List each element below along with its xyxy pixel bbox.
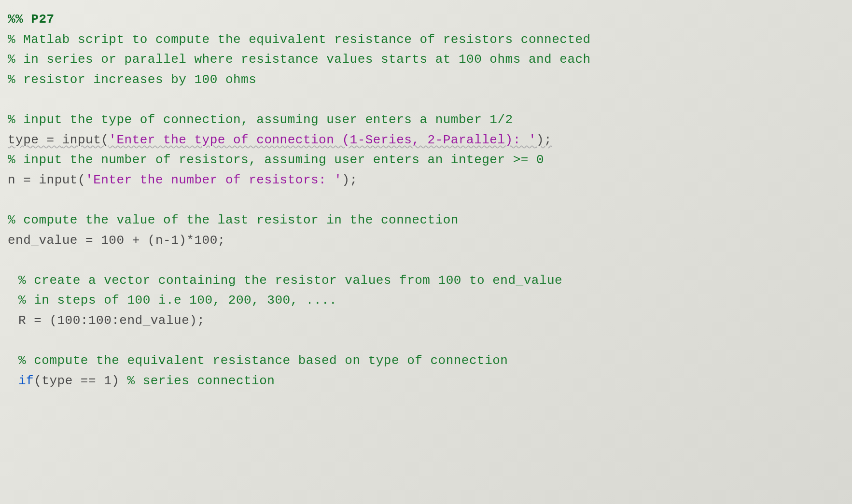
comment-text: % in series or parallel where resistance… [8, 52, 591, 67]
inline-comment: % series connection [127, 374, 275, 388]
code-line-if[interactable]: if(type == 1) % series connection [8, 371, 844, 392]
condition: (type == 1) [34, 374, 127, 388]
close-paren: ); [536, 133, 552, 147]
code-line-vector-r[interactable]: R = (100:100:end_value); [8, 311, 844, 331]
comment-text: % compute the value of the last resistor… [8, 213, 459, 227]
comment-text: % in steps of 100 i.e 100, 200, 300, ...… [18, 293, 337, 308]
section-comment: %% P27 [8, 12, 55, 27]
expression: R = (100:100:end_value); [18, 313, 205, 328]
code-line-comment[interactable]: % in series or parallel where resistance… [8, 50, 844, 70]
code-line-comment[interactable]: % compute the value of the last resistor… [8, 210, 844, 231]
string-literal: 'Enter the number of resistors: ' [85, 173, 342, 187]
blank-line [8, 190, 844, 210]
comment-text: % resistor increases by 100 ohms [8, 72, 256, 87]
code-line-comment[interactable]: % input the number of resistors, assumin… [8, 150, 844, 170]
variable-assign: n = [8, 173, 39, 187]
code-line-input-n[interactable]: n = input('Enter the number of resistors… [8, 170, 844, 191]
function-call: input( [62, 133, 109, 147]
close-paren: ); [342, 173, 357, 187]
code-line-input-type[interactable]: type = input('Enter the type of connecti… [8, 130, 844, 151]
comment-text: % compute the equivalent resistance base… [18, 353, 508, 368]
blank-line [8, 90, 844, 110]
expression: end_value = 100 + (n-1)*100; [8, 233, 225, 248]
keyword-if: if [18, 374, 34, 388]
blank-line [8, 331, 844, 351]
string-literal: 'Enter the type of connection (1-Series,… [109, 133, 536, 147]
code-line-comment[interactable]: % Matlab script to compute the equivalen… [8, 30, 844, 50]
code-line-endvalue[interactable]: end_value = 100 + (n-1)*100; [8, 231, 844, 251]
code-line-comment[interactable]: % create a vector containing the resisto… [8, 271, 844, 291]
code-line-comment[interactable]: % resistor increases by 100 ohms [8, 70, 844, 90]
code-line-comment[interactable]: % compute the equivalent resistance base… [8, 351, 844, 371]
comment-text: % create a vector containing the resisto… [18, 273, 562, 288]
comment-text: % input the type of connection, assuming… [8, 112, 513, 127]
code-line-comment[interactable]: % in steps of 100 i.e 100, 200, 300, ...… [8, 291, 844, 311]
comment-text: % Matlab script to compute the equivalen… [8, 32, 591, 47]
blank-line [8, 251, 844, 271]
comment-text: % input the number of resistors, assumin… [8, 153, 544, 167]
code-editor[interactable]: %% P27 % Matlab script to compute the eq… [8, 10, 844, 391]
code-line-comment[interactable]: % input the type of connection, assuming… [8, 110, 844, 130]
code-line-section[interactable]: %% P27 [8, 10, 844, 30]
variable-assign: type = [8, 133, 62, 147]
function-call: input( [39, 173, 85, 187]
